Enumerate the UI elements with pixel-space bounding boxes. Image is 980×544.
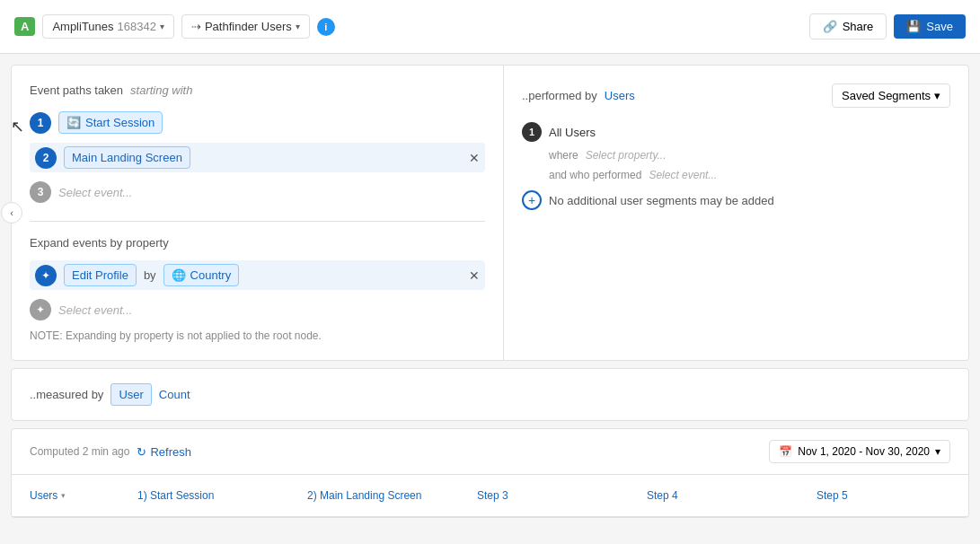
- computed-text: Computed 2 min ago: [30, 445, 129, 458]
- segment-row-1: 1 All Users: [522, 122, 950, 142]
- event-paths-title: Event paths taken starting with: [30, 83, 485, 97]
- date-range-label: Nov 1, 2020 - Nov 30, 2020: [798, 445, 930, 458]
- link-icon: 🔗: [823, 20, 837, 33]
- app-name: AmpliTunes: [52, 20, 113, 33]
- refresh-icon: ↻: [137, 445, 146, 459]
- users-link[interactable]: Users: [605, 89, 635, 102]
- app-selector-dropdown[interactable]: AmpliTunes 168342 ▾: [42, 14, 174, 39]
- refresh-button[interactable]: ↻ Refresh: [137, 445, 191, 459]
- select-property-placeholder[interactable]: Select property...: [586, 149, 667, 162]
- pathfinder-dropdown[interactable]: ⇢ Pathfinder Users ▾: [181, 14, 310, 39]
- event-number-1: 1: [30, 112, 51, 134]
- table-header-col-4[interactable]: Step 4: [629, 484, 799, 507]
- segment-name: All Users: [549, 126, 596, 139]
- app-badge: A: [14, 17, 35, 36]
- and-who-row: and who performed Select event...: [549, 169, 950, 181]
- col-label-3: Step 3: [477, 489, 508, 502]
- app-dropdown-chevron: ▾: [160, 22, 164, 31]
- expand-title: Expand events by property: [30, 236, 485, 250]
- where-label: where: [549, 149, 578, 162]
- nav-right-actions: 🔗 Share 💾 Save: [809, 13, 966, 39]
- user-segment-1: 1 All Users where Select property... and…: [522, 122, 950, 181]
- user-button[interactable]: User: [110, 383, 151, 406]
- event-tag-1[interactable]: 🔄 Start Session: [58, 111, 163, 134]
- col-label-0: Users: [30, 489, 57, 502]
- add-segment-row: + No additional user segments may be add…: [522, 190, 950, 210]
- main-content: ‹ Event paths taken starting with 1 🔄 St…: [0, 65, 980, 518]
- col-label-5: Step 5: [817, 489, 848, 502]
- save-icon: 💾: [906, 20, 921, 33]
- pathfinder-chevron: ▾: [296, 22, 300, 31]
- calendar-icon: 📅: [779, 445, 792, 458]
- saved-segments-chevron: ▾: [934, 89, 940, 102]
- col-label-2: 2) Main Landing Screen: [307, 489, 421, 502]
- divider-1: [30, 221, 485, 222]
- app-id: 168342: [118, 20, 156, 33]
- expand-row-placeholder: ✦ Select event...: [30, 299, 485, 320]
- performed-header: ..performed by Users Saved Segments ▾: [522, 83, 950, 108]
- right-column: ..performed by Users Saved Segments ▾ 1 …: [504, 66, 968, 360]
- collapse-arrow[interactable]: ‹: [1, 202, 22, 224]
- remove-event-2-button[interactable]: ✕: [469, 151, 480, 165]
- add-segment-button[interactable]: +: [522, 190, 542, 210]
- start-session-icon: 🔄: [66, 116, 81, 129]
- expand-row-1: ✦ Edit Profile by 🌐 Country ✕: [30, 260, 485, 290]
- table-header-col-2[interactable]: 2) Main Landing Screen: [289, 484, 459, 507]
- by-label: by: [144, 268, 156, 282]
- info-icon[interactable]: i: [317, 18, 335, 36]
- segment-number-1: 1: [522, 122, 542, 142]
- top-panel: ‹ Event paths taken starting with 1 🔄 St…: [11, 65, 969, 361]
- event-row-1: 1 🔄 Start Session: [30, 111, 485, 134]
- and-who-label: and who performed: [549, 169, 641, 181]
- left-column: Event paths taken starting with 1 🔄 Star…: [12, 66, 504, 360]
- table-header: Users▾1) Start Session2) Main Landing Sc…: [12, 475, 968, 517]
- share-button[interactable]: 🔗 Share: [809, 13, 887, 39]
- table-header-col-3[interactable]: Step 3: [459, 484, 629, 507]
- event-number-3: 3: [30, 181, 51, 203]
- edit-profile-tag[interactable]: Edit Profile: [64, 264, 137, 286]
- where-row: where Select property...: [549, 149, 950, 162]
- col-label-4: Step 4: [647, 489, 678, 502]
- measured-panel: ..measured by User Count: [11, 368, 969, 421]
- event-row-2: 2 Main Landing Screen ✕: [30, 143, 485, 172]
- country-tag[interactable]: 🌐 Country: [163, 264, 240, 286]
- select-event-placeholder[interactable]: Select event...: [649, 169, 717, 181]
- measured-label: ..measured by: [30, 388, 103, 401]
- pathfinder-label: Pathfinder Users: [205, 20, 292, 33]
- saved-segments-button[interactable]: Saved Segments ▾: [832, 83, 950, 108]
- top-navigation: A AmpliTunes 168342 ▾ ⇢ Pathfinder Users…: [0, 0, 980, 54]
- event-number-2: 2: [35, 147, 57, 169]
- event-tag-2[interactable]: Main Landing Screen: [64, 146, 190, 169]
- save-button[interactable]: 💾 Save: [894, 14, 966, 39]
- pathfinder-icon: ⇢: [191, 20, 201, 33]
- globe-icon: 🌐: [172, 268, 186, 282]
- bottom-header: Computed 2 min ago ↻ Refresh 📅 Nov 1, 20…: [12, 429, 968, 475]
- count-button[interactable]: Count: [159, 388, 190, 401]
- date-range-chevron: ▾: [935, 445, 940, 458]
- col-label-1: 1) Start Session: [137, 489, 214, 502]
- performed-label: ..performed by: [522, 89, 597, 102]
- bottom-panel: Computed 2 min ago ↻ Refresh 📅 Nov 1, 20…: [11, 428, 969, 518]
- table-header-col-1[interactable]: 1) Start Session: [119, 484, 289, 507]
- event-list: 1 🔄 Start Session 2 Main Landing Screen …: [30, 111, 485, 203]
- table-header-col-0[interactable]: Users▾: [12, 484, 119, 507]
- expand-note: NOTE: Expanding by property is not appli…: [30, 329, 485, 342]
- remove-expand-1-button[interactable]: ✕: [469, 268, 480, 283]
- event-row-3: 3 Select event...: [30, 181, 485, 203]
- date-range-button[interactable]: 📅 Nov 1, 2020 - Nov 30, 2020 ▾: [769, 440, 950, 463]
- expand-star-icon-placeholder: ✦: [30, 299, 51, 320]
- table-header-col-5[interactable]: Step 5: [799, 484, 968, 507]
- expand-star-icon-1: ✦: [35, 265, 57, 286]
- no-segments-text: No additional user segments may be added: [549, 194, 774, 207]
- col-chevron-0: ▾: [61, 491, 66, 500]
